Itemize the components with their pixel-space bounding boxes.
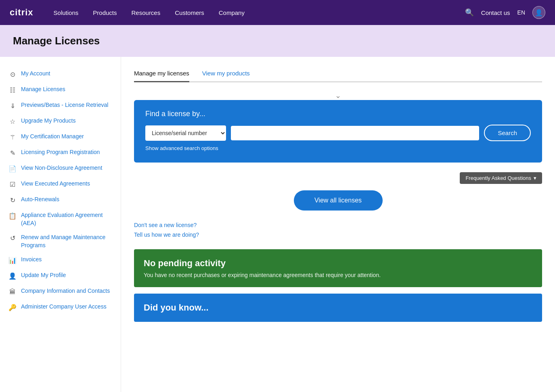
check-doc-icon: ☑ [8, 180, 17, 189]
user-avatar[interactable]: 👤 [532, 6, 545, 19]
faq-chevron-icon: ▾ [534, 175, 536, 181]
faq-row: Frequently Asked Questions ▾ [134, 172, 542, 184]
search-button[interactable]: Search [484, 125, 531, 141]
grid-icon: ☷ [8, 86, 17, 95]
star-icon: ☆ [8, 117, 17, 126]
pending-activity-text: You have no recent purchases or expiring… [144, 272, 532, 278]
edit-icon: ✎ [8, 149, 17, 158]
tab-manage-licenses[interactable]: Manage my licenses [134, 67, 189, 81]
badge-icon: ⚚ [8, 133, 17, 142]
view-all-licenses-button[interactable]: View all licenses [294, 190, 383, 211]
refresh-icon: ↻ [8, 196, 17, 205]
table-icon: 📊 [8, 256, 17, 265]
page-title: Manage Licenses [13, 35, 542, 47]
download-icon: ⇓ [8, 102, 17, 111]
did-you-know-title: Did you know... [144, 302, 532, 313]
search-icon[interactable]: 🔍 [465, 8, 474, 17]
nav-item-customers[interactable]: Customers [168, 0, 212, 25]
find-license-box: Find a license by... License/serial numb… [134, 100, 542, 163]
sidebar-item-update-profile[interactable]: 👤 Update My Profile [6, 268, 114, 284]
language-selector[interactable]: EN [517, 9, 525, 16]
navbar-right: 🔍 Contact us EN 👤 [465, 6, 545, 19]
doc-icon: 📄 [8, 165, 17, 173]
person-icon: 👤 [8, 272, 17, 281]
navbar: citrix Solutions Products Resources Cust… [0, 0, 555, 25]
doc2-icon: 📋 [8, 212, 17, 221]
view-licenses-row: View all licenses [134, 190, 542, 211]
pending-activity-box: No pending activity You have no recent p… [134, 249, 542, 287]
sidebar-item-user-access[interactable]: 🔑 Administer Company User Access [6, 300, 114, 315]
sidebar-item-company-info[interactable]: 🏛 Company Information and Contacts [6, 284, 114, 300]
key-icon: 🔑 [8, 303, 17, 312]
main-layout: ⊙ My Account ☷ Manage Licenses ⇓ Preview… [0, 57, 555, 392]
main-content: Manage my licenses View my products ⌄ Fi… [121, 57, 555, 392]
logo-text: citrix [10, 7, 34, 18]
find-license-title: Find a license by... [145, 110, 531, 118]
faq-button[interactable]: Frequently Asked Questions ▾ [460, 172, 542, 184]
sidebar: ⊙ My Account ☷ Manage Licenses ⇓ Preview… [0, 57, 121, 392]
license-type-select[interactable]: License/serial number Product name Order… [145, 125, 226, 141]
nav-item-solutions[interactable]: Solutions [46, 0, 86, 25]
building-icon: 🏛 [8, 288, 17, 296]
find-license-row: License/serial number Product name Order… [145, 125, 531, 141]
nav-item-products[interactable]: Products [86, 0, 124, 25]
tabs: Manage my licenses View my products [134, 67, 542, 82]
sidebar-item-maintenance-programs[interactable]: ↺ Renew and Manage Maintenance Programs [6, 230, 114, 252]
nav-item-company[interactable]: Company [212, 0, 252, 25]
dont-see-license-link[interactable]: Don't see a new license? [134, 222, 542, 228]
sidebar-item-previews-betas[interactable]: ⇓ Previews/Betas - License Retrieval [6, 98, 114, 114]
sidebar-item-aea[interactable]: 📋 Appliance Evaluation Agreement (AEA) [6, 208, 114, 230]
sidebar-item-manage-licenses[interactable]: ☷ Manage Licenses [6, 82, 114, 98]
content-links: Don't see a new license? Tell us how we … [134, 222, 542, 238]
navbar-nav: Solutions Products Resources Customers C… [46, 0, 465, 25]
sidebar-item-certification-manager[interactable]: ⚚ My Certification Manager [6, 129, 114, 145]
tell-us-link[interactable]: Tell us how we are doing? [134, 231, 542, 238]
sidebar-item-executed-agreements[interactable]: ☑ View Executed Agreements [6, 177, 114, 192]
sidebar-item-auto-renewals[interactable]: ↻ Auto-Renewals [6, 192, 114, 208]
license-search-input[interactable] [231, 126, 479, 140]
sidebar-item-upgrade-products[interactable]: ☆ Upgrade My Products [6, 114, 114, 129]
dashboard-icon: ⊙ [8, 70, 17, 79]
page-header: Manage Licenses [0, 25, 555, 57]
sidebar-item-nda[interactable]: 📄 View Non-Disclosure Agreement [6, 161, 114, 177]
sidebar-item-my-account[interactable]: ⊙ My Account [6, 67, 114, 82]
refresh2-icon: ↺ [8, 234, 17, 243]
sidebar-item-licensing-program[interactable]: ✎ Licensing Program Registration [6, 145, 114, 161]
advanced-search-link[interactable]: Show advanced search options [145, 145, 531, 151]
logo[interactable]: citrix [10, 7, 34, 18]
pending-activity-title: No pending activity [144, 258, 532, 269]
tab-indicator: ⌄ [134, 91, 542, 100]
contact-link[interactable]: Contact us [481, 9, 510, 16]
nav-item-resources[interactable]: Resources [124, 0, 168, 25]
tab-view-products[interactable]: View my products [202, 67, 250, 81]
did-you-know-box: Did you know... [134, 294, 542, 322]
sidebar-item-invoices[interactable]: 📊 Invoices [6, 252, 114, 268]
